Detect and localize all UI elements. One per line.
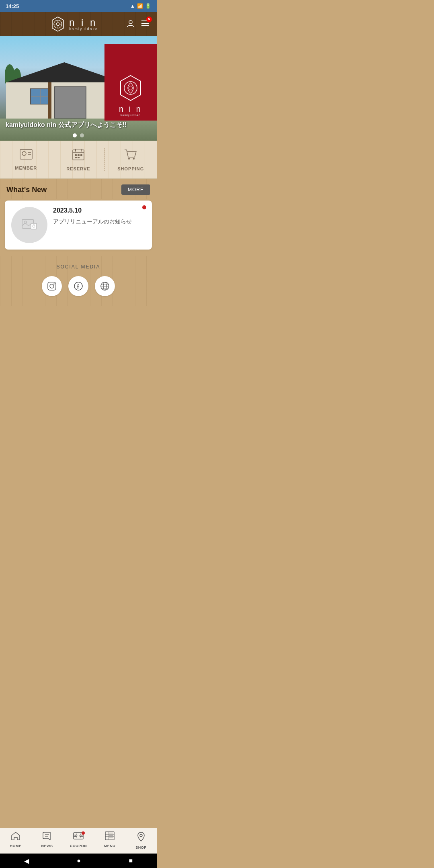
more-button[interactable]: MORE <box>121 184 150 195</box>
svg-point-7 <box>129 20 132 24</box>
brand-name: n i n <box>69 18 97 27</box>
svg-rect-26 <box>78 157 80 158</box>
news-thumbnail <box>11 207 47 243</box>
whats-new-section: What's New MORE <box>0 179 157 199</box>
image-placeholder-icon <box>21 218 37 232</box>
brand-sub: kamiyuidoko <box>69 27 98 31</box>
website-button[interactable] <box>95 276 115 296</box>
banner-brand: n i n <box>119 104 142 114</box>
member-icon <box>20 149 33 162</box>
menu-notification-badge: N <box>146 16 152 22</box>
svg-rect-24 <box>80 154 82 156</box>
hero-dot-1[interactable] <box>73 133 77 137</box>
svg-marker-11 <box>121 76 141 100</box>
news-content: 2023.5.10 アプリリニューアルのお知らせ <box>53 207 145 226</box>
svg-rect-22 <box>75 154 77 156</box>
facebook-button[interactable] <box>68 276 88 296</box>
building-large-window <box>54 86 86 119</box>
hero-background: n i n kamiyuidoko kamiyuidoko nin 公式アプリへ… <box>0 36 157 141</box>
hero-caption: kamiyuidoko nin 公式アプリへようこそ!! <box>6 121 127 129</box>
wifi-icon: ▲ <box>130 3 135 9</box>
hero-section: n i n kamiyuidoko kamiyuidoko nin 公式アプリへ… <box>0 36 157 141</box>
member-label: MEMBER <box>15 166 37 170</box>
hero-banner: n i n kamiyuidoko <box>104 44 157 121</box>
svg-point-2 <box>56 23 59 26</box>
quick-member-button[interactable]: MEMBER <box>0 149 52 170</box>
time: 14:25 <box>6 3 19 9</box>
svg-point-13 <box>129 86 133 90</box>
logo-emblem-icon <box>50 16 66 32</box>
svg-rect-23 <box>78 154 80 156</box>
social-media-section: SOCIAL MEDIA <box>0 256 157 306</box>
quick-shopping-button[interactable]: SHOPPING <box>105 148 157 171</box>
svg-point-35 <box>50 284 54 288</box>
instagram-button[interactable] <box>42 276 62 296</box>
reserve-label: RESERVE <box>66 166 90 171</box>
battery-icon: 🔋 <box>145 3 151 9</box>
svg-rect-34 <box>48 282 56 290</box>
social-media-title: SOCIAL MEDIA <box>57 264 100 270</box>
signal-icon: 📶 <box>137 3 143 9</box>
quick-reserve-button[interactable]: RESERVE <box>52 148 104 171</box>
header-actions: N <box>126 19 149 30</box>
news-title: アプリリニューアルのお知らせ <box>53 217 145 226</box>
reserve-icon <box>72 148 84 163</box>
svg-point-15 <box>22 151 26 156</box>
whats-new-title: What's New <box>6 186 47 194</box>
header-logo: n i n kamiyuidoko <box>22 16 126 32</box>
svg-rect-25 <box>75 157 77 158</box>
status-bar: 14:25 ▲ 📶 🔋 <box>0 0 157 12</box>
news-date: 2023.5.10 <box>53 207 145 214</box>
banner-emblem-icon <box>117 74 145 102</box>
header: n i n kamiyuidoko N <box>0 12 157 36</box>
menu-button[interactable]: N <box>141 19 149 30</box>
logo-text: n i n kamiyuidoko <box>69 18 98 31</box>
news-unread-indicator <box>142 205 146 209</box>
social-icons-group <box>42 276 115 296</box>
svg-point-12 <box>124 82 137 94</box>
quick-menu: MEMBER RESERVE SHOPPING <box>0 141 157 179</box>
banner-sub: kamiyuidoko <box>121 114 141 117</box>
svg-point-27 <box>128 158 130 160</box>
building-post-1 <box>48 82 51 119</box>
status-icons: ▲ 📶 🔋 <box>130 3 151 9</box>
shopping-label: SHOPPING <box>117 166 144 171</box>
building-windows <box>30 88 50 104</box>
shopping-icon <box>124 148 137 163</box>
building-body <box>6 82 106 119</box>
profile-button[interactable] <box>126 19 135 30</box>
svg-point-28 <box>133 158 135 160</box>
hero-dot-2[interactable] <box>80 133 84 137</box>
news-card[interactable]: 2023.5.10 アプリリニューアルのお知らせ <box>5 201 152 250</box>
hero-pagination-dots[interactable] <box>73 133 84 137</box>
svg-point-36 <box>53 283 54 284</box>
